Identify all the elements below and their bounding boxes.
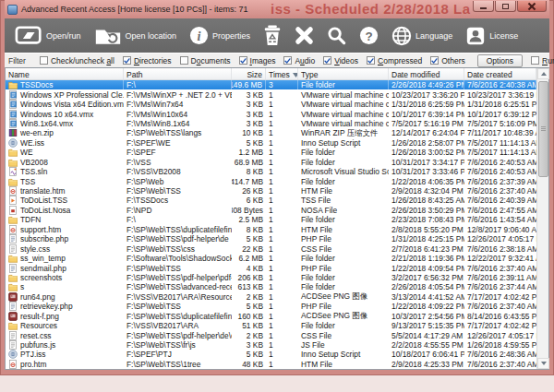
table-row[interactable]: VB2008F:\VSS68.9 MB1File folder10/31/201… [6, 158, 548, 167]
cell-size: 808 Bytes [232, 206, 266, 215]
cell-type: ACDSee PNG 图像 [298, 312, 389, 321]
table-row[interactable]: ToDoList.NosaF:\NPD808 Bytes1NOSA File2/… [6, 206, 548, 215]
vertical-scrollbar[interactable] [536, 68, 548, 369]
filter-checkbox-others[interactable]: Others [430, 56, 465, 65]
cell-modified: 2/26/2018 3:50:29 PM [389, 206, 464, 215]
cell-modified: 9/13/2017 5:15:35 PM [389, 321, 464, 330]
filter-checkbox-compressed[interactable]: Compressed [367, 56, 422, 65]
table-row[interactable]: Windows Vista x64 Edition.vmxF:\VMs\Win7… [6, 100, 548, 109]
cell-text: 22 KB [242, 244, 263, 254]
desktop-background: Advanced Recent Access [Home license [10… [0, 0, 554, 392]
cell-text: 808 Bytes [232, 206, 263, 215]
cell-text: File folder [301, 177, 335, 186]
table-row[interactable]: TSS.slnF:\VSS\VB20088 KB1Microsoft Visua… [6, 167, 548, 176]
toolbar-button-search[interactable] [322, 24, 351, 47]
folder-file-icon [8, 282, 18, 291]
cell-text: 1/26/2018 8:43:25 AM [391, 196, 464, 205]
table-row[interactable]: translate.htmF:\SP\Web\TSS26 KB1HTM File… [6, 186, 548, 196]
column-header-path[interactable]: Path [124, 68, 232, 79]
cell-text: 12/22/2017 9:32:41 AM [467, 254, 536, 263]
toolbar-button-open-location[interactable]: Open location [90, 24, 182, 48]
scroll-down-button[interactable] [537, 358, 549, 369]
cell-created: 7/6/2016 2:37:40 AM [464, 360, 536, 369]
cell-text: TDFN [20, 215, 41, 224]
maximize-button[interactable] [495, 1, 516, 12]
table-row[interactable]: ss_win_tempF:\Software\Tools\ShadowSocks… [6, 254, 548, 263]
cell-text: HTM File [301, 360, 332, 369]
column-header-label: Date created [467, 70, 512, 79]
table-row[interactable]: result-f.pngF:\SP\Web\TSS\duplicatefilef… [6, 312, 548, 321]
column-header-label: Size [247, 70, 262, 79]
toolbar-button-language[interactable]: Language [387, 24, 457, 48]
cell-modified: 2/8/2018 5:55:20 PM [389, 225, 464, 234]
table-row[interactable]: sendmail.phpF:\SP\Web\TSS4 KB1PHP File1/… [6, 263, 548, 272]
table-row[interactable]: pubfuns.jsF:\SP\Web\TSS\fr\js3 KB1JS Fil… [6, 340, 548, 350]
toolbar-button-properties[interactable]: iProperties [185, 24, 255, 47]
license-badge-icon [465, 26, 486, 46]
toolbar-button-license[interactable]: License [461, 24, 523, 48]
scroll-thumb[interactable] [538, 81, 548, 177]
filter-checkbox-videos[interactable]: Videos [323, 56, 358, 65]
toolbar-button-label: License [489, 31, 518, 41]
column-header-date-created[interactable]: Date created [464, 68, 536, 79]
close-button[interactable] [517, 1, 547, 12]
table-row[interactable]: ResourcesF:\VSS\VB2017\ARA51 KB1File fol… [6, 321, 548, 330]
cell-path: F:\SP\Web\TSS [124, 302, 232, 311]
table-row[interactable]: TSSF:\SP\Web414.7 MB1File folder1/22/201… [6, 176, 548, 185]
cell-path: F:\VMs\Win7x64 [124, 100, 232, 109]
table-row[interactable]: Windows 10 x64.vmxF:\VMs\Win10x643 KB1VM… [6, 109, 548, 118]
table-row[interactable]: Win8.1x64.vmxF:\VMs\Win8.1x643 KB1VMware… [6, 119, 548, 128]
table-row[interactable]: run64.pngF:\VSS\VB2017\ARA\Resources2 KB… [6, 292, 548, 302]
cell-modified: 2/2/2018 4:55:55 PM [389, 340, 464, 350]
cell-text: WinRAR ZIP 压缩文件 [301, 128, 378, 137]
filter-checkbox-images[interactable]: Images [239, 56, 276, 65]
table-row[interactable]: style.cssF:\SP\Web\TSS\css22 KB1CSS File… [6, 244, 548, 253]
cell-text: 1 [269, 321, 273, 330]
table-row[interactable]: support.htmF:\SP\Web\TSS\duplicatefilefi… [6, 225, 548, 234]
table-row[interactable]: we-en.zipF:\SP\Web\TSS\langs10 KB1WinRAR… [6, 128, 548, 137]
filter-checkbox-directories[interactable]: Directories [123, 56, 172, 65]
table-row[interactable]: Windows XP Professional Cle...F:\VMs\Win… [6, 89, 548, 99]
column-header-name[interactable]: Name [6, 68, 124, 79]
cell-text: 7/5/2017 11:14:13 AM [467, 148, 536, 157]
table-row[interactable]: TDFNF:\2.5 MB1File folder2/23/2018 7:08:… [6, 215, 548, 224]
filter-checkbox-documents[interactable]: Documents [180, 56, 231, 65]
cell-text: 7/17/2017 4:02:42 PM [467, 321, 536, 330]
table-row[interactable]: reset.cssF:\SP\Web\TSS\pdf-helper\de\css… [6, 330, 548, 339]
filter-checkbox-label: Run it when PC boots. [542, 56, 554, 65]
toolbar-button-help[interactable]: ? [355, 24, 383, 47]
cell-text: 3 KB [247, 90, 263, 100]
table-row[interactable]: ToDoList.TSSF:\TSSDocs6 KB1TSS File1/26/… [6, 196, 548, 205]
table-row[interactable]: WEF:\SPEF1.2 MB1File folder1/26/2018 3:0… [6, 148, 548, 157]
column-header-date-modified[interactable]: Date modified [389, 68, 464, 79]
options-button[interactable]: Options [477, 54, 523, 67]
filter-checkbox-check-uncheck-all[interactable]: Check/uncheck all [40, 56, 114, 65]
folder-file-icon [8, 177, 18, 186]
scroll-up-button[interactable] [537, 68, 549, 79]
toolbar-button-recycle[interactable] [259, 23, 286, 48]
filter-checkbox-run-on-boot[interactable]: Run it when PC boots. [531, 56, 554, 65]
table-row[interactable]: subscribe.phpF:\SP\Web\TSS\pdf-helper\de… [6, 234, 548, 244]
table-row[interactable]: retrievekey.phpF:\SP\Web\TSS5 KB1PHP Fil… [6, 302, 548, 311]
column-header-type[interactable]: Type [298, 68, 389, 79]
cell-text: ACDSee PNG 图像 [301, 312, 367, 321]
column-header-size[interactable]: Size [232, 68, 266, 79]
checkbox-checked-icon [367, 56, 375, 65]
cell-text: 7/6/2016 2:37:39 AM [467, 177, 536, 186]
toolbar-button-remove[interactable] [290, 24, 319, 47]
column-header-times[interactable]: Times [266, 68, 298, 79]
minimize-button[interactable] [473, 1, 494, 12]
table-row[interactable]: pro.htmF:\SP\Web\TSS\1tree48 KB1HTM File… [6, 360, 548, 369]
table-row[interactable]: TSSDocsF:\149.6 MB3File folder2/26/2018 … [6, 80, 548, 89]
table-row[interactable]: WE.issF:\SPEF\WE5 KB1Inno Setup Script1/… [6, 138, 548, 148]
table-row[interactable]: PTJ.issF:\SPEF\PTJ5 KB1Inno Setup Script… [6, 350, 548, 359]
table-row[interactable]: sF:\SP\Web\TSS\advanced-recent-...613 KB… [6, 282, 548, 291]
cell-text: F:\SP\Web\TSS\1tree [126, 360, 200, 369]
filter-checkbox-audio[interactable]: Audio [283, 56, 315, 65]
table-row[interactable]: screenshotsF:\SP\Web\TSS\pdf-helper\pdf-… [6, 273, 548, 282]
toolbar-button-open-run[interactable]: Open/run [10, 24, 86, 47]
cell-text: 1 [269, 215, 273, 224]
cell-times: 1 [266, 321, 298, 330]
cell-text: 5 KB [247, 350, 263, 359]
cell-created: 7/6/2016 2:48:36 AM [464, 350, 536, 359]
